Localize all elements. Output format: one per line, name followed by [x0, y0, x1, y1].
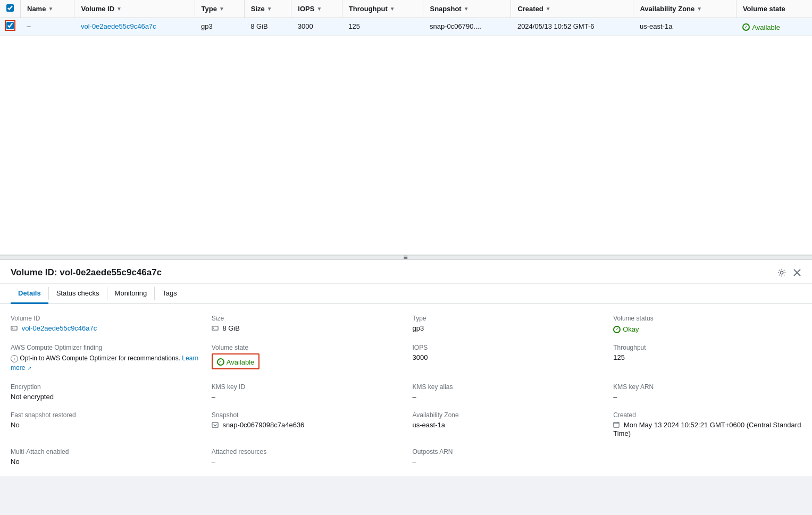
col-header-name[interactable]: Name ▼ — [21, 0, 74, 18]
svg-point-0 — [780, 271, 783, 274]
field-spacer — [613, 448, 801, 466]
field-throughput: Throughput 125 — [613, 344, 801, 373]
row-checkbox[interactable] — [6, 22, 14, 29]
type-sort-icon: ▼ — [219, 6, 224, 12]
volume-id-icon — [11, 325, 18, 333]
volume-id-value[interactable]: vol-0e2aede55c9c46a7c — [11, 324, 199, 333]
volume-id-link[interactable]: vol-0e2aede55c9c46a7c — [81, 22, 156, 30]
volume-id-sort-icon: ▼ — [116, 6, 122, 12]
field-created: Created Mon May 13 2024 10:52:21 GMT+060… — [613, 411, 801, 437]
fast-snapshot-value: No — [11, 421, 199, 429]
volumes-table-section: Name ▼ Volume ID ▼ Type ▼ — [0, 0, 812, 255]
compute-optimizer-label: AWS Compute Optimizer finding — [11, 344, 199, 351]
field-kms-key-id: KMS key ID – — [212, 383, 400, 401]
col-header-throughput[interactable]: Throughput ▼ — [342, 0, 423, 18]
field-iops: IOPS 3000 — [413, 344, 601, 373]
volume-state-available-detail: Available — [217, 358, 255, 366]
row-checkbox-cell[interactable] — [0, 18, 21, 36]
settings-button[interactable] — [777, 268, 786, 277]
row-type: gp3 — [195, 18, 244, 36]
col-header-snapshot[interactable]: Snapshot ▼ — [423, 0, 511, 18]
select-all-header[interactable] — [0, 0, 21, 18]
kms-key-arn-label: KMS key ARN — [613, 383, 801, 391]
fast-snapshot-label: Fast snapshot restored — [11, 411, 199, 419]
created-label: Created — [613, 411, 801, 419]
detail-header-actions — [777, 268, 801, 277]
external-link-icon: ↗ — [27, 364, 31, 372]
volume-id-detail-link[interactable]: vol-0e2aede55c9c46a7c — [22, 324, 97, 332]
okay-icon — [613, 326, 621, 333]
encryption-value: Not encrypted — [11, 393, 199, 401]
col-header-type[interactable]: Type ▼ — [195, 0, 244, 18]
row-snapshot: snap-0c06790.... — [423, 18, 511, 36]
volume-status-value: Okay — [613, 324, 801, 333]
volume-state-label: Volume state — [212, 344, 400, 351]
col-header-size[interactable]: Size ▼ — [244, 0, 291, 18]
field-multi-attach: Multi-Attach enabled No — [11, 448, 199, 466]
multi-attach-label: Multi-Attach enabled — [11, 448, 199, 455]
tab-status-checks[interactable]: Status checks — [49, 284, 107, 304]
tab-tags[interactable]: Tags — [155, 284, 184, 304]
col-header-az[interactable]: Availability Zone ▼ — [633, 0, 736, 18]
close-button[interactable] — [793, 268, 801, 277]
tab-details[interactable]: Details — [11, 284, 48, 304]
kms-key-alias-value: – — [413, 393, 601, 401]
field-encryption: Encryption Not encrypted — [11, 383, 199, 401]
size-icon — [212, 325, 219, 333]
detail-content: Volume ID vol-0e2aede55c9c46a7c Size — [0, 304, 812, 476]
field-volume-id: Volume ID vol-0e2aede55c9c46a7c — [11, 315, 199, 333]
attached-resources-label: Attached resources — [212, 448, 400, 455]
kms-key-alias-label: KMS key alias — [413, 383, 601, 391]
size-label: Size — [212, 315, 400, 322]
table-header-row: Name ▼ Volume ID ▼ Type ▼ — [0, 0, 812, 18]
select-all-checkbox[interactable] — [6, 4, 14, 12]
col-header-volume-state[interactable]: Volume state — [736, 0, 812, 18]
encryption-label: Encryption — [11, 383, 199, 391]
detail-panel: Volume ID: vol-0e2aede55c9c46a7c Details… — [0, 259, 812, 476]
col-header-volume-id[interactable]: Volume ID ▼ — [74, 0, 195, 18]
attached-resources-value: – — [212, 458, 400, 466]
detail-title: Volume ID: vol-0e2aede55c9c46a7c — [11, 267, 162, 278]
col-header-created[interactable]: Created ▼ — [511, 0, 633, 18]
snapshot-label: Snapshot — [212, 411, 400, 419]
az-label: Availability Zone — [413, 411, 601, 419]
volume-state-value: Available — [212, 353, 400, 369]
snapshot-icon — [212, 421, 219, 430]
volumes-table: Name ▼ Volume ID ▼ Type ▼ — [0, 0, 812, 36]
detail-tabs: Details Status checks Monitoring Tags — [0, 284, 812, 304]
tab-monitoring[interactable]: Monitoring — [107, 284, 155, 304]
row-az: us-east-1a — [633, 18, 736, 36]
field-attached-resources: Attached resources – — [212, 448, 400, 466]
compute-optimizer-description: i Opt-in to AWS Compute Optimizer for re… — [11, 353, 199, 373]
kms-key-arn-value: – — [613, 393, 801, 401]
row-volume-id[interactable]: vol-0e2aede55c9c46a7c — [74, 18, 195, 36]
field-outposts-arn: Outposts ARN – — [413, 448, 601, 466]
row-volume-state: Available — [736, 18, 812, 36]
available-detail-icon — [217, 358, 224, 366]
field-az: Availability Zone us-east-1a — [413, 411, 601, 437]
field-fast-snapshot: Fast snapshot restored No — [11, 411, 199, 437]
field-volume-state: Volume state Available — [212, 344, 400, 373]
name-sort-icon: ▼ — [48, 6, 53, 12]
snapshot-sort-icon: ▼ — [464, 6, 469, 12]
col-header-iops[interactable]: IOPS ▼ — [291, 0, 342, 18]
throughput-value: 125 — [613, 353, 801, 361]
iops-label: IOPS — [413, 344, 601, 351]
field-type: Type gp3 — [413, 315, 601, 333]
table-wrapper[interactable]: Name ▼ Volume ID ▼ Type ▼ — [0, 0, 812, 255]
throughput-sort-icon: ▼ — [390, 6, 395, 12]
type-label: Type — [413, 315, 601, 322]
iops-sort-icon: ▼ — [316, 6, 322, 12]
throughput-label: Throughput — [613, 344, 801, 351]
volume-status-label: Volume status — [613, 315, 801, 322]
okay-status-badge: Okay — [613, 325, 639, 333]
field-snapshot: Snapshot snap-0c0679098c7a4e636 — [212, 411, 400, 437]
panel-resize-handle[interactable]: ≡ — [0, 255, 812, 259]
az-sort-icon: ▼ — [697, 6, 702, 12]
snapshot-value: snap-0c0679098c7a4e636 — [212, 421, 400, 430]
az-value: us-east-1a — [413, 421, 601, 429]
svg-rect-6 — [212, 326, 218, 330]
table-row[interactable]: – vol-0e2aede55c9c46a7c gp3 8 GiB 3000 1… — [0, 18, 812, 36]
row-name: – — [21, 18, 74, 36]
created-sort-icon: ▼ — [546, 6, 551, 12]
